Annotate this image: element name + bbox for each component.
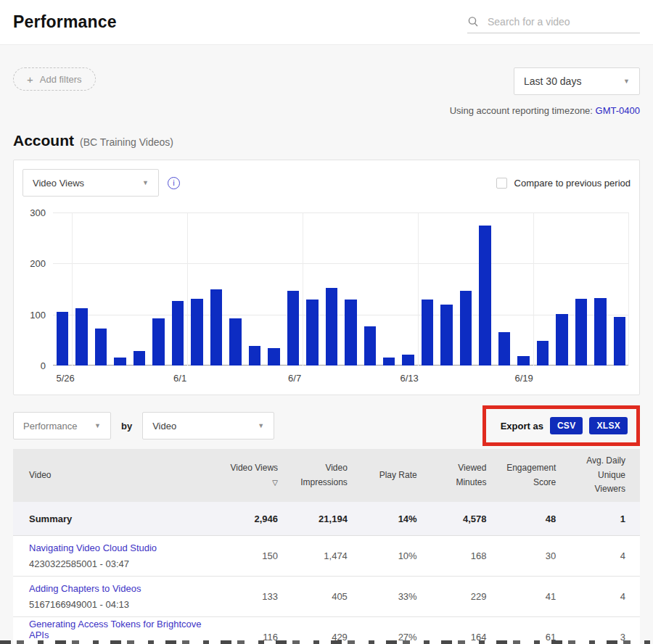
column-header-avg-daily-unique-viewers[interactable]: Avg. Daily Unique Viewers <box>570 454 640 497</box>
table-controls: Performance ▼ by Video ▼ Export as CSV X… <box>13 405 640 446</box>
table-row: Adding Chapters to Videos 5167166949001 … <box>13 577 640 617</box>
timezone-text: Using account reporting timezone: <box>450 105 596 116</box>
chart-bar[interactable] <box>383 358 395 366</box>
chart-bar[interactable] <box>402 355 414 366</box>
column-header-video[interactable]: Video <box>13 468 223 483</box>
chart-bar[interactable] <box>268 348 279 366</box>
compare-label: Compare to previous period <box>514 178 631 189</box>
account-title: Account <box>13 132 74 149</box>
cell-engagement-score: 41 <box>501 591 570 602</box>
date-range-select[interactable]: Last 30 days ▼ <box>514 67 640 95</box>
by-label: by <box>121 421 132 432</box>
chart-bar[interactable] <box>57 312 68 366</box>
report-type-select[interactable]: Performance ▼ <box>13 412 111 439</box>
cell-play-rate: 10% <box>362 550 432 561</box>
metric-select[interactable]: Video Views ▼ <box>22 169 159 197</box>
chart-card: Video Views ▼ i Compare to previous peri… <box>13 160 640 395</box>
chart-bar[interactable] <box>152 318 164 366</box>
export-as-label: Export as <box>501 421 543 432</box>
y-tick-label: 0 <box>41 360 46 371</box>
search-box[interactable] <box>467 16 640 33</box>
column-header-engagement-score[interactable]: Engagement Score <box>501 461 570 490</box>
cell-video-impressions: 405 <box>292 591 362 602</box>
video-title-link[interactable]: Generating Access Tokens for Brightcove … <box>29 619 223 640</box>
chart-bar[interactable] <box>345 300 356 366</box>
search-icon <box>467 16 479 28</box>
dimension-value: Video <box>152 421 176 432</box>
page-title: Performance <box>13 12 117 32</box>
chart-bar[interactable] <box>575 299 587 366</box>
column-header-video-impressions[interactable]: Video Impressions <box>292 461 362 490</box>
info-icon[interactable]: i <box>168 177 180 189</box>
chevron-down-icon: ▼ <box>258 422 264 429</box>
video-id-duration: 4230322585001 - 03:47 <box>29 558 223 569</box>
chart-bar[interactable] <box>479 226 490 366</box>
column-header-viewed-minutes[interactable]: Viewed Minutes <box>432 461 501 490</box>
column-header-play-rate[interactable]: Play Rate <box>362 468 432 483</box>
chart-bar[interactable] <box>326 288 337 366</box>
x-tick-label: 5/26 <box>57 373 75 384</box>
performance-table: Video Video Views ▽ Video Impressions Pl… <box>13 449 640 644</box>
summary-avg-daily-unique-viewers: 1 <box>570 513 640 524</box>
top-bar: Performance <box>0 0 653 45</box>
cell-video-views: 150 <box>223 550 292 561</box>
chart-bar[interactable] <box>191 299 202 366</box>
compare-checkbox[interactable] <box>496 178 507 189</box>
metric-value: Video Views <box>33 178 84 189</box>
chart-bar[interactable] <box>517 356 529 366</box>
compare-toggle[interactable]: Compare to previous period <box>496 178 631 189</box>
chart-bar[interactable] <box>95 329 107 366</box>
cell-play-rate: 33% <box>362 591 432 602</box>
table-header-row: Video Video Views ▽ Video Impressions Pl… <box>13 449 640 502</box>
account-subtitle: (BC Training Videos) <box>80 136 173 148</box>
chart-bar[interactable] <box>460 291 472 366</box>
video-id-duration: 5167166949001 - 04:13 <box>29 599 223 610</box>
chart-bars <box>53 212 629 366</box>
chart-bar[interactable] <box>422 300 433 366</box>
chart-bar[interactable] <box>537 341 549 366</box>
column-header-video-views[interactable]: Video Views ▽ <box>223 461 292 490</box>
export-xlsx-button[interactable]: XLSX <box>589 417 628 434</box>
add-filters-button[interactable]: + Add filters <box>13 67 96 91</box>
chart-bar[interactable] <box>114 358 126 366</box>
x-tick-label: 6/13 <box>401 373 419 384</box>
sort-descending-icon[interactable]: ▽ <box>272 479 278 487</box>
summary-video-views: 2,946 <box>223 513 292 524</box>
chart-bar[interactable] <box>306 300 318 366</box>
cell-video-views: 133 <box>223 591 292 602</box>
chart-bar[interactable] <box>75 308 87 366</box>
timezone-note: Using account reporting timezone: GMT-04… <box>450 105 640 116</box>
chevron-down-icon: ▼ <box>94 422 101 429</box>
chart-bar[interactable] <box>556 314 567 366</box>
chevron-down-icon: ▼ <box>623 78 630 85</box>
chart-bar[interactable] <box>498 332 510 366</box>
chart-bar[interactable] <box>594 298 606 366</box>
timezone-link[interactable]: GMT-0400 <box>596 105 640 116</box>
video-title-link[interactable]: Adding Chapters to Videos <box>29 583 223 594</box>
cell-viewed-minutes: 229 <box>432 591 501 602</box>
dimension-select[interactable]: Video ▼ <box>142 412 274 439</box>
x-tick-label: 6/1 <box>173 373 186 384</box>
screenshot-cutoff-artifact <box>0 640 653 644</box>
summary-engagement-score: 48 <box>501 513 570 524</box>
summary-label: Summary <box>13 513 223 524</box>
chart-bar[interactable] <box>440 305 452 366</box>
chart-bar[interactable] <box>229 318 241 366</box>
y-tick-label: 300 <box>30 207 46 218</box>
chart-bar[interactable] <box>287 291 299 366</box>
chart-bar[interactable] <box>249 346 260 366</box>
x-axis: 5/26 6/1 6/7 6/13 6/19 <box>56 366 629 384</box>
chart-bar[interactable] <box>210 289 222 366</box>
cell-engagement-score: 30 <box>501 550 570 561</box>
chart-bar[interactable] <box>364 326 376 366</box>
video-title-link[interactable]: Navigating Video Cloud Studio <box>29 542 223 553</box>
y-axis: 300 200 100 0 <box>21 212 53 366</box>
export-csv-button[interactable]: CSV <box>550 417 583 434</box>
chart-bar[interactable] <box>172 301 184 366</box>
chart-bar[interactable] <box>134 351 145 366</box>
summary-play-rate: 14% <box>362 513 432 524</box>
cell-avg-daily-unique-viewers: 4 <box>570 591 640 602</box>
cell-viewed-minutes: 168 <box>432 550 501 561</box>
chart-bar[interactable] <box>614 317 625 366</box>
search-input[interactable] <box>488 16 640 28</box>
